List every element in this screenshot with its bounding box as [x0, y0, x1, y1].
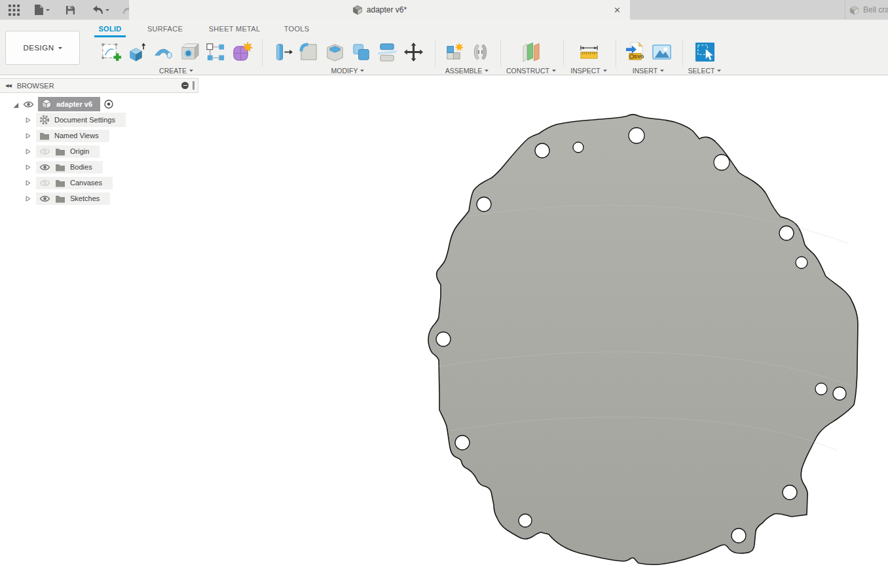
expand-arrow-icon[interactable] — [24, 162, 32, 172]
browser-item-body[interactable]: Sketches — [36, 193, 110, 205]
collapse-arrow-icon[interactable] — [10, 100, 19, 109]
expand-arrow-icon[interactable] — [24, 194, 32, 203]
model-hole[interactable] — [455, 435, 470, 450]
shell-icon[interactable] — [322, 39, 348, 65]
model-hole[interactable] — [477, 197, 491, 211]
expand-arrow-icon[interactable] — [24, 178, 32, 187]
group-label-select[interactable]: SELECT — [682, 67, 727, 75]
browser-item-adapter-v6[interactable]: adapter v6 — [0, 96, 198, 112]
browser-item-sketches[interactable]: Sketches — [0, 191, 198, 206]
browser-item-label: Origin — [70, 147, 89, 155]
tab-solid[interactable]: SOLID — [92, 20, 128, 37]
document-tab-background[interactable]: Bell cran — [845, 0, 888, 20]
svg-text:SVG: SVG — [634, 54, 644, 60]
undo-icon[interactable] — [88, 0, 114, 20]
browser-item-document-settings[interactable]: Document Settings — [0, 112, 198, 128]
design-menu-label: DESIGN — [23, 44, 54, 52]
select-icon[interactable] — [692, 39, 718, 65]
panel-scrollbar[interactable] — [193, 81, 194, 90]
browser-item-body[interactable]: Document Settings — [36, 113, 126, 127]
undo-menu-caret-icon — [105, 9, 109, 13]
browser-item-label: Bodies — [70, 163, 92, 171]
combine-icon[interactable] — [348, 39, 374, 65]
model-hole[interactable] — [573, 142, 583, 153]
visibility-eye-icon[interactable] — [39, 195, 51, 202]
browser-item-body[interactable]: Named Views — [36, 130, 109, 142]
browser-item-body[interactable]: adapter v6 — [38, 97, 100, 111]
expand-arrow-icon[interactable] — [24, 131, 32, 140]
move-copy-icon[interactable] — [400, 39, 426, 65]
close-tab-icon[interactable]: ✕ — [611, 0, 623, 20]
revolve-icon[interactable] — [150, 39, 176, 65]
model-hole[interactable] — [731, 528, 746, 543]
model-hole[interactable] — [629, 128, 644, 143]
browser-tree: adapter v6Document SettingsNamed ViewsOr… — [0, 96, 198, 206]
insert-canvas-icon[interactable] — [648, 39, 675, 65]
browser-item-canvases[interactable]: Canvases — [0, 175, 198, 191]
model-hole[interactable] — [779, 226, 794, 240]
group-label-inspect[interactable]: INSPECT — [563, 67, 614, 75]
insert-svg-icon[interactable]: SVG — [622, 39, 648, 65]
browser-item-named-views[interactable]: Named Views — [0, 128, 198, 143]
construction-plane-icon[interactable] — [518, 39, 544, 65]
group-label-modify[interactable]: MODIFY — [262, 67, 434, 75]
create-sketch-icon[interactable] — [98, 39, 124, 65]
group-construct: CONSTRUCT — [500, 38, 562, 75]
document-cube-icon — [849, 5, 859, 15]
folder-icon — [55, 147, 65, 156]
model-hole[interactable] — [833, 387, 846, 400]
collapse-panel-icon[interactable]: ◀◀ — [5, 83, 11, 88]
group-assemble: ASSEMBLE — [435, 38, 499, 75]
browser-header: ◀◀ BROWSER — [0, 78, 198, 93]
measure-icon[interactable] — [576, 39, 602, 65]
browser-item-body[interactable]: Bodies — [36, 161, 103, 174]
ribbon-tab-strip: SOLID SURFACE SHEET METAL TOOLS — [92, 20, 326, 37]
model-hole[interactable] — [815, 383, 827, 395]
group-label-insert[interactable]: INSERT — [616, 67, 681, 75]
visibility-eye-icon[interactable] — [39, 148, 51, 155]
split-body-icon[interactable] — [374, 39, 400, 65]
new-component-icon[interactable] — [441, 39, 467, 65]
cube-icon — [41, 99, 52, 109]
model-hole[interactable] — [714, 155, 730, 170]
browser-item-body[interactable]: Canvases — [36, 177, 113, 189]
group-label-construct[interactable]: CONSTRUCT — [500, 67, 562, 75]
titlebar: adapter v6* ✕ Bell cran — [0, 0, 888, 20]
model-hole[interactable] — [796, 257, 807, 268]
file-new-icon[interactable] — [29, 0, 54, 20]
rectangular-pattern-icon[interactable] — [202, 39, 229, 65]
activate-radio-icon[interactable] — [103, 99, 114, 109]
folder-icon — [55, 179, 65, 187]
group-label-assemble[interactable]: ASSEMBLE — [435, 67, 499, 75]
model-hole[interactable] — [519, 514, 532, 527]
save-icon[interactable] — [61, 0, 80, 20]
joint-icon[interactable] — [467, 39, 493, 65]
document-tab-active[interactable]: adapter v6* ✕ — [129, 0, 630, 20]
design-workspace-menu[interactable]: DESIGN — [5, 31, 80, 65]
extrude-icon[interactable] — [124, 39, 150, 65]
visibility-eye-icon[interactable] — [23, 101, 35, 108]
expand-arrow-icon[interactable] — [24, 147, 32, 156]
model-hole[interactable] — [783, 485, 797, 500]
visibility-eye-icon[interactable] — [39, 164, 51, 171]
browser-item-bodies[interactable]: Bodies — [0, 159, 198, 175]
group-modify: MODIFY — [262, 38, 434, 75]
browser-item-origin[interactable]: Origin — [0, 143, 198, 159]
create-form-icon[interactable] — [229, 39, 255, 65]
group-label-create[interactable]: CREATE — [92, 67, 261, 75]
remove-panel-icon[interactable] — [181, 82, 189, 89]
model-hole[interactable] — [535, 143, 549, 158]
tab-tools[interactable]: TOOLS — [267, 20, 326, 37]
browser-item-body[interactable]: Origin — [36, 145, 100, 158]
app-grid-icon[interactable] — [4, 0, 24, 20]
hole-icon[interactable] — [176, 39, 202, 65]
model-viewport[interactable]: ◀◀ BROWSER adapter v6Document SettingsNa… — [0, 75, 888, 588]
press-pull-icon[interactable] — [269, 39, 295, 65]
fillet-icon[interactable] — [295, 39, 322, 65]
tab-sheet-metal[interactable]: SHEET METAL — [202, 20, 267, 37]
tab-surface[interactable]: SURFACE — [128, 20, 202, 37]
group-create: CREATE — [92, 38, 261, 75]
expand-arrow-icon[interactable] — [24, 115, 32, 124]
visibility-eye-icon[interactable] — [39, 179, 51, 187]
model-hole[interactable] — [436, 332, 451, 346]
